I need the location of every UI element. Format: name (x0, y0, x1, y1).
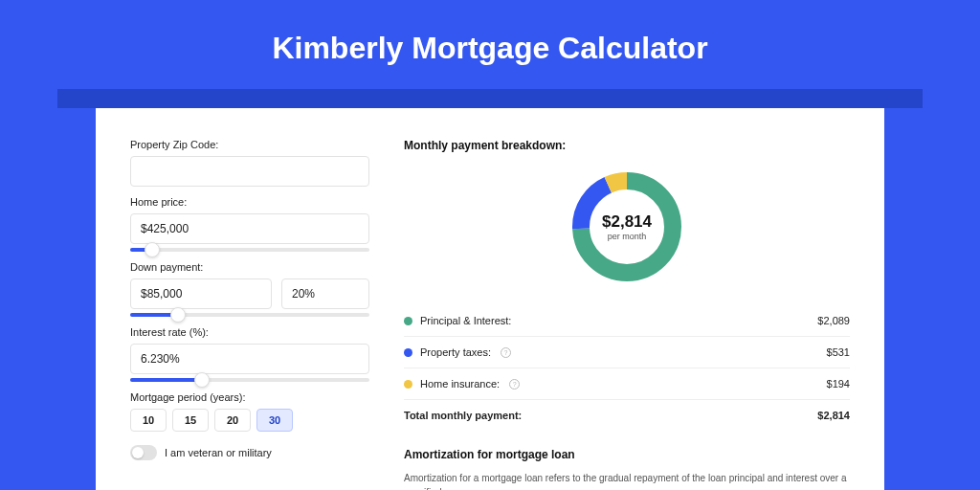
down-payment-amount-input[interactable] (130, 278, 272, 309)
inputs-column: Property Zip Code: Home price: Down paym… (130, 139, 369, 479)
breakdown-item-amount: $2,089 (817, 315, 850, 326)
breakdown-item-amount: $531 (827, 346, 850, 358)
taxes-dot-icon (404, 348, 412, 357)
interest-rate-input[interactable] (130, 344, 369, 374)
hero-banner (57, 89, 923, 108)
down-payment-field: Down payment: (130, 261, 369, 317)
veteran-row: I am veteran or military (130, 445, 369, 460)
mortgage-period-field: Mortgage period (years): 10152030 (130, 391, 369, 432)
period-option-10[interactable]: 10 (130, 409, 167, 432)
mortgage-period-label: Mortgage period (years): (130, 391, 369, 403)
down-payment-slider-thumb[interactable] (170, 307, 186, 323)
donut-center-sub: per month (608, 232, 647, 241)
donut-chart-wrap: $2,814 per month (404, 160, 850, 305)
principal-dot-icon (404, 317, 412, 325)
breakdown-item-label: Property taxes: (420, 346, 491, 358)
period-option-20[interactable]: 20 (214, 409, 251, 432)
period-option-15[interactable]: 15 (172, 409, 209, 432)
veteran-toggle[interactable] (130, 445, 157, 460)
home-price-slider-thumb[interactable] (145, 242, 160, 257)
calculator-card: Property Zip Code: Home price: Down paym… (96, 108, 884, 490)
info-icon[interactable]: ? (501, 347, 511, 358)
interest-rate-label: Interest rate (%): (130, 326, 369, 338)
breakdown-item-principal: Principal & Interest:$2,089 (404, 305, 850, 336)
interest-rate-field: Interest rate (%): (130, 326, 369, 382)
zip-label: Property Zip Code: (130, 139, 369, 150)
breakdown-total-amount: $2,814 (817, 410, 850, 421)
breakdown-column: Monthly payment breakdown: $2,814 per mo… (404, 139, 850, 479)
breakdown-total-row: Total monthly payment:$2,814 (404, 400, 850, 431)
home-price-input[interactable] (130, 213, 369, 244)
breakdown-item-insurance: Home insurance:?$194 (404, 368, 850, 399)
donut-center-amount: $2,814 (602, 212, 652, 232)
home-price-field: Home price: (130, 196, 369, 252)
down-payment-slider[interactable] (130, 313, 369, 317)
interest-rate-slider-fill (130, 378, 202, 382)
veteran-toggle-label: I am veteran or military (165, 447, 272, 458)
zip-field: Property Zip Code: (130, 139, 369, 187)
breakdown-item-label: Home insurance: (420, 378, 500, 390)
interest-rate-slider-thumb[interactable] (194, 372, 210, 388)
zip-input[interactable] (130, 156, 369, 187)
breakdown-total-label: Total monthly payment: (404, 410, 522, 421)
info-icon[interactable]: ? (509, 379, 520, 390)
home-price-label: Home price: (130, 196, 369, 208)
home-price-slider[interactable] (130, 248, 369, 252)
mortgage-period-options: 10152030 (130, 409, 369, 432)
donut-center: $2,814 per month (568, 167, 686, 286)
insurance-dot-icon (404, 380, 412, 389)
down-payment-label: Down payment: (130, 261, 369, 273)
page-title: Kimberly Mortgage Calculator (0, 0, 980, 89)
interest-rate-slider[interactable] (130, 378, 369, 382)
donut-chart: $2,814 per month (568, 167, 686, 286)
breakdown-item-taxes: Property taxes:?$531 (404, 337, 850, 368)
amortization-title: Amortization for mortgage loan (404, 448, 850, 461)
breakdown-item-amount: $194 (827, 378, 850, 390)
amortization-text: Amortization for a mortgage loan refers … (404, 471, 850, 490)
breakdown-item-label: Principal & Interest: (420, 315, 511, 326)
down-payment-pct-input[interactable] (281, 278, 369, 309)
period-option-30[interactable]: 30 (256, 409, 293, 432)
breakdown-title: Monthly payment breakdown: (404, 139, 850, 152)
breakdown-list: Principal & Interest:$2,089Property taxe… (404, 305, 850, 431)
